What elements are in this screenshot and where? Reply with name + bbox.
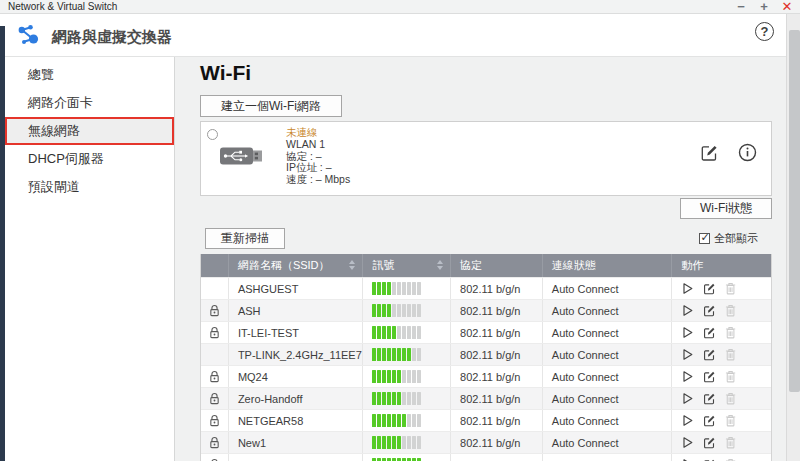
signal-strength-icon [372,282,421,295]
table-row[interactable]: MQ24802.11 b/g/nAuto Connect [201,365,771,387]
vertical-scrollbar[interactable] [786,14,800,461]
header-label: 網路名稱（SSID） [238,258,330,273]
sidebar-item-label: 總覽 [28,66,54,84]
window-controls: − + ✕ [734,0,794,15]
adapter-speed: 速度 : – Mbps [286,174,350,186]
close-icon[interactable]: ✕ [780,0,794,15]
sidebar-item-wireless-network[interactable]: 無線網路 [5,117,174,145]
header-label: 訊號 [372,258,394,273]
connect-play-icon[interactable] [681,414,694,427]
header-label: 協定 [460,258,482,273]
table-row[interactable]: ASH802.11 b/g/nAuto Connect [201,299,771,321]
cell-lock [201,454,229,461]
app-title: 網路與虛擬交換器 [52,28,172,47]
table-row[interactable]: NETGEAR58802.11 b/g/nAuto Connect [201,409,771,431]
sidebar-item-default-gateway[interactable]: 預設閘道 [5,173,174,201]
edit-icon[interactable] [700,143,719,162]
scrollbar-thumb[interactable] [789,30,800,392]
sidebar-item-network-interfaces[interactable]: 網路介面卡 [5,89,174,117]
sidebar-item-overview[interactable]: 總覽 [5,61,174,89]
cell-actions [672,278,771,299]
table-row[interactable]: TP-LINK_2.4GHz_11EE7E802.11 b/g/nAuto Co… [201,343,771,365]
cell-ssid: TP-LINK_2.4GHz_11EE7E [229,344,364,365]
edit-icon[interactable] [703,436,716,449]
table-body: ASHGUEST802.11 b/g/nAuto ConnectASH802.1… [201,277,771,461]
minimize-icon[interactable]: − [734,0,748,15]
cell-actions [672,322,771,343]
delete-trash-icon [725,304,738,317]
help-icon[interactable]: ? [755,22,774,41]
wifi-networks-table: 網路名稱（SSID）訊號協定連線狀態動作 ASHGUEST802.11 b/g/… [200,254,772,461]
header-cell-protocol: 協定 [451,254,543,277]
lock-icon [209,370,220,383]
header-label: 連線狀態 [552,258,596,273]
table-row[interactable]: New1802.11 b/g/nAuto Connect [201,431,771,453]
edit-icon[interactable] [703,414,716,427]
table-row[interactable]: IT-LEI-TEST802.11 b/g/nAuto Connect [201,321,771,343]
delete-trash-icon [725,326,738,339]
header-cell-signal[interactable]: 訊號 [363,254,451,277]
sort-icon[interactable] [437,260,443,270]
edit-icon[interactable] [703,348,716,361]
cell-ssid: ASHGUEST [229,278,364,299]
delete-trash-icon [725,436,738,449]
connect-play-icon[interactable] [681,304,694,317]
edit-icon[interactable] [703,392,716,405]
rescan-button[interactable]: 重新掃描 [205,228,285,249]
edit-icon[interactable] [703,370,716,383]
cell-actions [672,410,771,431]
sort-icon[interactable] [349,260,355,270]
connect-play-icon[interactable] [681,282,694,295]
maximize-icon[interactable]: + [757,0,771,15]
sidebar-item-label: DHCP伺服器 [28,150,104,168]
sidebar-item-label: 網路介面卡 [28,94,93,112]
signal-strength-icon [372,414,421,427]
create-wifi-network-button[interactable]: 建立一個Wi-Fi網路 [200,95,342,117]
connect-play-icon[interactable] [681,348,694,361]
adapter-actions [700,143,757,162]
signal-strength-icon [372,392,421,405]
edit-icon[interactable] [703,282,716,295]
cell-status: Auto Connect [543,322,673,343]
lock-icon [209,392,220,405]
cell-status: Auto Connect [543,410,673,431]
cell-signal [363,366,451,387]
connect-play-icon[interactable] [681,392,694,405]
cell-status: Auto Connect [543,432,673,453]
adapter-radio-button[interactable] [207,129,218,140]
connect-play-icon[interactable] [681,370,694,383]
cell-protocol: 802.11 b/g/n [451,300,543,321]
info-icon[interactable] [738,143,757,162]
cell-protocol: 802.11 b/g/n [451,344,543,365]
edit-icon[interactable] [703,326,716,339]
signal-strength-icon [372,370,421,383]
table-row[interactable]: Xiaomi_WIFI802.11 b/g/nAuto Connect [201,453,771,461]
cell-signal [363,344,451,365]
title-bar: Network & Virtual Switch − + ✕ [0,0,800,14]
table-row[interactable]: Zero-Handoff802.11 b/g/nAuto Connect [201,387,771,409]
sidebar-list: 總覽網路介面卡無線網路DHCP伺服器預設閘道 [5,57,174,201]
cell-status: Auto Connect [543,344,673,365]
connect-play-icon[interactable] [681,326,694,339]
show-all-toggle[interactable]: 全部顯示 [699,231,758,246]
wlan-adapter-card[interactable]: 未連線 WLAN 1 協定 : – IP位址 : – 速度 : – Mbps [200,121,772,196]
cell-protocol: 802.11 b/g/n [451,432,543,453]
cell-protocol: 802.11 b/g/n [451,454,543,461]
usb-adapter-icon [220,145,265,167]
edit-icon[interactable] [703,304,716,317]
wifi-status-button[interactable]: Wi-Fi狀態 [680,198,772,219]
lock-icon [209,326,220,339]
sidebar: 總覽網路介面卡無線網路DHCP伺服器預設閘道 [5,57,175,461]
connect-play-icon[interactable] [681,436,694,449]
delete-trash-icon [725,348,738,361]
delete-trash-icon [725,370,738,383]
adapter-info: 未連線 WLAN 1 協定 : – IP位址 : – 速度 : – Mbps [286,127,350,186]
sidebar-item-dhcp-server[interactable]: DHCP伺服器 [5,145,174,173]
table-header-row: 網路名稱（SSID）訊號協定連線狀態動作 [201,254,771,277]
cell-ssid: Zero-Handoff [229,388,364,409]
table-row[interactable]: ASHGUEST802.11 b/g/nAuto Connect [201,277,771,299]
lock-icon [209,436,220,449]
show-all-checkbox[interactable] [699,233,710,244]
cell-protocol: 802.11 b/g/n [451,410,543,431]
header-cell-ssid[interactable]: 網路名稱（SSID） [229,254,364,277]
